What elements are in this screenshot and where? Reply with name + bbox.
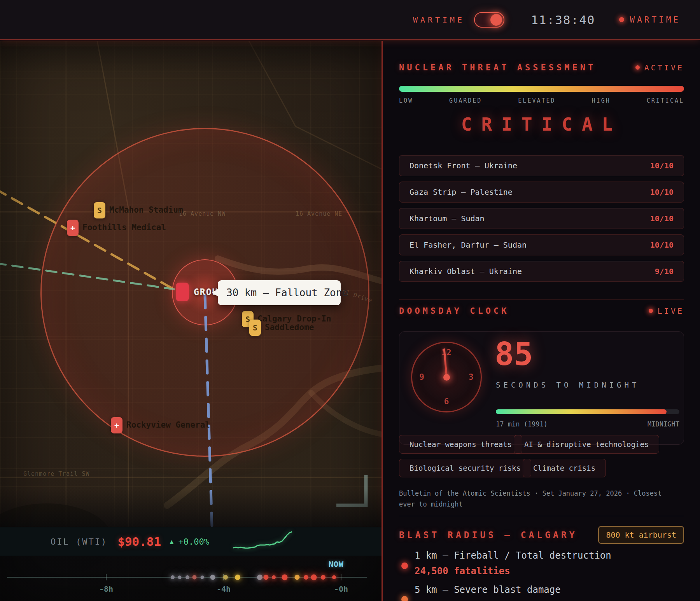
timeline-tick-icon: [341, 574, 341, 580]
timeline-event-dot: [282, 575, 288, 580]
blast-section-header: BLAST RADIUS — CALGARY 800 kt airburst: [399, 526, 684, 544]
doomsday-progress-fill: [496, 409, 667, 414]
timeline-event-dot: [178, 576, 182, 579]
shelter-badge-icon: S: [94, 202, 105, 218]
threat-location: Donetsk Front — Ukraine: [410, 161, 517, 170]
marker-label: Foothills Medical: [82, 223, 166, 232]
timeline-event-dot: [272, 575, 276, 579]
clock-numeral: 9: [419, 372, 424, 382]
ticker-up-arrow-icon: ▲: [170, 538, 173, 545]
clock-center-pin-icon: [443, 374, 450, 381]
timeline-tick-icon: [106, 574, 107, 580]
scale-label: ELEVATED: [518, 97, 555, 104]
map-canvas[interactable]: 16 Avenue NW 16 Avenue NE Memorial Drive…: [0, 41, 382, 601]
blast-bullet-icon: [401, 596, 408, 601]
tag-chip[interactable]: Climate crisis: [523, 459, 606, 477]
doomsday-section-header: DOOMSDAY CLOCK LIVE: [399, 306, 684, 316]
threat-status-badge: ACTIVE: [631, 63, 684, 72]
midnight-progress-track: [496, 409, 679, 414]
section-divider: [399, 299, 684, 300]
midnight-progress-labels: 17 min (1991) MIDNIGHT: [496, 420, 679, 428]
threat-location: El Fasher, Darfur — Sudan: [410, 240, 527, 250]
progress-label-left: 17 min (1991): [496, 420, 548, 428]
timeline-event-dot: [311, 575, 317, 580]
timeline-event-dot: [263, 575, 268, 580]
blast-item-range: 1 km — Fireball / Total destruction: [415, 550, 700, 561]
threat-row[interactable]: Khartoum — Sudan 10/10: [399, 208, 684, 229]
section-divider: [399, 516, 684, 516]
tag-chip[interactable]: Biological security risks: [399, 459, 531, 477]
toggle-knob-icon: [490, 14, 502, 26]
fallout-tooltip-text: 30 km — Fallout Zone: [226, 287, 348, 299]
threat-title: NUCLEAR THREAT ASSESSMENT: [399, 63, 596, 72]
threat-location: Gaza Strip — Palestine: [410, 187, 513, 197]
threat-status-label: ACTIVE: [644, 63, 684, 72]
timeline-tick-label: -0h: [334, 584, 348, 594]
map-marker-hospital[interactable]: + Foothills Medical: [67, 220, 166, 236]
top-bar: WARTIME 11:38:40 WARTIME: [0, 0, 700, 40]
blast-title: BLAST RADIUS — CALGARY: [399, 530, 578, 540]
ticker-change: +0.00%: [178, 537, 209, 547]
timeline-event-dot: [304, 575, 308, 580]
ticker-symbol: OIL (WTI): [51, 537, 107, 547]
threat-score: 10/10: [650, 214, 674, 223]
timeline-event-dot: [186, 575, 189, 579]
clock-numeral: 6: [444, 397, 449, 406]
bulletin-footnote: Bulletin of the Atomic Scientists · Set …: [399, 488, 681, 510]
timeline-event-dot: [223, 575, 228, 580]
threat-score: 10/10: [650, 161, 674, 170]
missile-track-teal: [0, 263, 174, 289]
threat-location: Khartoum — Sudan: [410, 214, 485, 223]
map-marker-shelter[interactable]: S McMahon Stadium: [94, 202, 183, 218]
timeline-event-dot: [295, 575, 300, 580]
map-scale-bracket-icon: [336, 475, 366, 505]
marker-label: Saddledome: [265, 323, 314, 332]
status-dot-icon: [649, 309, 653, 313]
missile-track-blue: [205, 295, 212, 527]
tooltip-arrow-icon: [212, 289, 218, 297]
marker-label: Rockyview General: [126, 420, 210, 430]
threat-row[interactable]: Gaza Strip — Palestine 10/10: [399, 182, 684, 203]
fallout-tooltip: 30 km — Fallout Zone: [218, 280, 341, 305]
blast-bullet-icon: [401, 563, 408, 569]
marker-label: McMahon Stadium: [109, 205, 183, 215]
system-clock: 11:38:40: [531, 13, 595, 27]
blast-item-detail: 24,500 fatalities: [415, 566, 700, 577]
threat-scale-bar: [399, 86, 684, 92]
timeline-event-dot: [332, 575, 336, 579]
doomsday-title: DOOMSDAY CLOCK: [399, 306, 509, 316]
threat-row[interactable]: Donetsk Front — Ukraine 10/10: [399, 155, 684, 176]
threat-location: Kharkiv Oblast — Ukraine: [410, 267, 522, 276]
timeline-now-label: NOW: [329, 559, 344, 569]
doomsday-clock-face: 12 3 6 9: [411, 342, 482, 412]
timeline-event-dot: [192, 575, 197, 580]
scale-label: GUARDED: [449, 97, 482, 104]
tag-chip[interactable]: AI & disruptive technologies: [514, 435, 659, 454]
status-dot-icon: [635, 65, 640, 70]
timeline-event-dot: [171, 575, 175, 579]
yield-badge: 800 kt airburst: [598, 526, 684, 544]
scale-label: LOW: [399, 97, 413, 104]
wartime-status-label: WARTIME: [630, 15, 681, 24]
blast-item-range: 5 km — Severe blast damage: [415, 584, 700, 595]
timeline-event-dot: [200, 576, 204, 579]
wartime-status-badge: WARTIME: [614, 15, 681, 24]
threat-row[interactable]: El Fasher, Darfur — Sudan 10/10: [399, 234, 684, 255]
hospital-badge-icon: +: [111, 417, 122, 433]
threat-scale-labels: LOW GUARDED ELEVATED HIGH CRITICAL: [399, 97, 684, 104]
threat-score: 10/10: [650, 187, 674, 197]
map-marker-hospital[interactable]: + Rockyview General: [111, 417, 210, 433]
threat-panel: NUCLEAR THREAT ASSESSMENT ACTIVE LOW GUA…: [382, 41, 700, 601]
ground-zero-marker[interactable]: [176, 283, 189, 301]
map-marker-shelter[interactable]: S Saddledome: [249, 320, 314, 336]
event-timeline[interactable]: NOW -8h -4h -0h: [0, 546, 382, 601]
status-dot-icon: [619, 17, 624, 22]
oil-sparkline-path: [233, 532, 292, 548]
clock-numeral: 3: [469, 372, 474, 382]
wartime-toggle[interactable]: [474, 12, 504, 28]
threat-row[interactable]: Kharkiv Oblast — Ukraine 9/10: [399, 261, 684, 282]
timeline-event-dot: [210, 575, 215, 580]
tag-chip[interactable]: Nuclear weapons threats: [399, 435, 522, 454]
timeline-tick-label: -8h: [99, 584, 113, 594]
threat-score: 10/10: [650, 240, 674, 250]
